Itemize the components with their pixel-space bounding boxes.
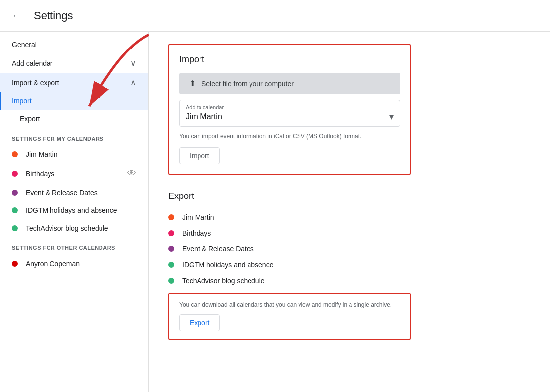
- sidebar-item-add-calendar[interactable]: Add calendar ∨: [0, 53, 148, 73]
- sidebar-item-jim-martin[interactable]: Jim Martin: [0, 146, 148, 163]
- sidebar-item-techadvisor[interactable]: TechAdvisor blog schedule: [0, 219, 148, 237]
- sidebar-item-birthdays[interactable]: Birthdays 👁: [0, 163, 148, 184]
- export-label-event-release: Event & Release Dates: [182, 245, 254, 253]
- sidebar-item-anyron[interactable]: Anyron Copeman: [0, 255, 148, 273]
- export-label-birthdays: Birthdays: [182, 229, 211, 237]
- main-content: Import ⬆ Select file from your computer …: [149, 32, 550, 392]
- import-button[interactable]: Import: [179, 147, 220, 164]
- export-calendar-jim-martin: Jim Martin: [168, 209, 411, 225]
- export-label-jim-martin: Jim Martin: [182, 213, 214, 221]
- sidebar-item-export[interactable]: Export: [0, 110, 148, 128]
- export-label-techadvisor: TechAdvisor blog schedule: [182, 277, 265, 285]
- export-calendar-idgtm: IDGTM holidays and absence: [168, 257, 411, 273]
- calendar-dot-event-release: [12, 190, 18, 196]
- export-dot-event-release: [168, 246, 174, 252]
- export-box: You can download all calendars that you …: [168, 293, 411, 340]
- calendar-dot-birthdays: [12, 171, 18, 177]
- export-info-text: You can download all calendars that you …: [179, 301, 400, 308]
- calendar-select-value: Jim Martin: [186, 112, 222, 121]
- calendar-dot-idgtm: [12, 207, 18, 213]
- import-title: Import: [179, 54, 400, 65]
- export-label-idgtm: IDGTM holidays and absence: [182, 261, 273, 269]
- calendar-dot-techadvisor: [12, 225, 18, 231]
- export-calendar-techadvisor: TechAdvisor blog schedule: [168, 273, 411, 289]
- sidebar-item-general[interactable]: General: [0, 36, 148, 53]
- add-to-calendar-label: Add to calendar: [186, 104, 394, 110]
- back-button[interactable]: ←: [8, 6, 26, 25]
- chevron-down-icon: ∨: [130, 58, 136, 68]
- export-title: Export: [168, 191, 411, 201]
- header: ← Settings: [0, 0, 550, 32]
- export-dot-jim-martin: [168, 214, 174, 220]
- file-select-label: Select file from your computer: [201, 80, 294, 88]
- sidebar: General Add calendar ∨ Import & export ∧…: [0, 32, 149, 392]
- file-select-button[interactable]: ⬆ Select file from your computer: [179, 73, 400, 94]
- export-calendar-event-release: Event & Release Dates: [168, 241, 411, 257]
- other-calendars-section-title: Settings for other calendars: [0, 237, 148, 255]
- calendar-select-row: Jim Martin ▾: [186, 111, 394, 122]
- import-section: Import ⬆ Select file from your computer …: [168, 44, 411, 175]
- sidebar-item-event-release[interactable]: Event & Release Dates: [0, 184, 148, 201]
- upload-icon: ⬆: [189, 79, 196, 88]
- calendar-dot-anyron: [12, 261, 18, 267]
- export-dot-techadvisor: [168, 278, 174, 284]
- sidebar-item-idgtm[interactable]: IDGTM holidays and absence: [0, 201, 148, 219]
- back-icon: ←: [12, 10, 22, 21]
- chevron-up-icon: ∧: [130, 78, 136, 87]
- calendar-dot-jim-martin: [12, 151, 18, 157]
- page-title: Settings: [34, 9, 73, 22]
- main-layout: General Add calendar ∨ Import & export ∧…: [0, 32, 550, 392]
- export-calendar-birthdays: Birthdays: [168, 225, 411, 241]
- export-button[interactable]: Export: [179, 314, 220, 331]
- sidebar-item-import-export[interactable]: Import & export ∧: [0, 73, 148, 92]
- my-calendars-section-title: Settings for my calendars: [0, 128, 148, 146]
- export-section: Export Jim Martin Birthdays Event & Rele…: [168, 191, 411, 340]
- calendar-select[interactable]: Add to calendar Jim Martin ▾: [179, 100, 400, 127]
- sidebar-item-import[interactable]: Import: [0, 92, 148, 110]
- export-dot-birthdays: [168, 230, 174, 236]
- dropdown-arrow-icon: ▾: [389, 111, 394, 122]
- import-info-text: You can import event information in iCal…: [179, 133, 400, 140]
- export-dot-idgtm: [168, 262, 174, 268]
- hidden-icon: 👁: [127, 168, 136, 179]
